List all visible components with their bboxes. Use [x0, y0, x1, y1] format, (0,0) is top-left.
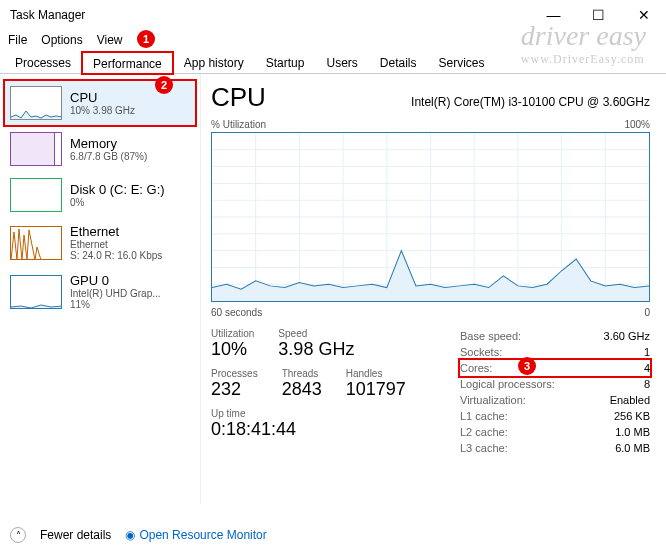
chart-label-tl: % Utilization	[211, 119, 266, 130]
annotation-3: 3	[518, 357, 536, 375]
main-panel: CPU Intel(R) Core(TM) i3-10100 CPU @ 3.6…	[200, 74, 666, 504]
tab-app-history[interactable]: App history	[173, 51, 255, 73]
sidebar-disk-sub: 0%	[70, 197, 165, 208]
sidebar-cpu-title: CPU	[70, 90, 135, 105]
sidebar-gpu-title: GPU 0	[70, 273, 161, 288]
menu-view[interactable]: View	[97, 33, 123, 47]
util-label: Utilization	[211, 328, 254, 339]
sidebar-gpu-sub2: 11%	[70, 299, 161, 310]
virt-label: Virtualization:	[460, 392, 526, 408]
disk-thumb-icon	[10, 178, 62, 212]
cores-label: Cores:	[460, 360, 492, 376]
lp-value: 8	[644, 376, 650, 392]
monitor-icon: ◉	[125, 528, 135, 542]
page-title: CPU	[211, 82, 266, 113]
maximize-button[interactable]: ☐	[576, 0, 621, 30]
sidebar-memory-sub: 6.8/7.8 GB (87%)	[70, 151, 147, 162]
sock-value: 1	[644, 344, 650, 360]
util-value: 10%	[211, 339, 254, 360]
tabbar: Processes Performance App history Startu…	[0, 50, 666, 74]
thr-value: 2843	[282, 379, 322, 400]
proc-label: Processes	[211, 368, 258, 379]
sidebar: CPU 10% 3.98 GHz Memory 6.8/7.8 GB (87%)…	[0, 74, 200, 504]
tab-performance[interactable]: Performance	[82, 52, 173, 74]
close-button[interactable]: ✕	[621, 0, 666, 30]
ethernet-thumb-icon	[10, 226, 62, 260]
sidebar-cpu-sub: 10% 3.98 GHz	[70, 105, 135, 116]
sidebar-disk-title: Disk 0 (C: E: G:)	[70, 182, 165, 197]
lp-label: Logical processors:	[460, 376, 555, 392]
speed-label: Speed	[278, 328, 354, 339]
thr-label: Threads	[282, 368, 322, 379]
chevron-up-icon[interactable]: ˄	[10, 527, 26, 543]
sidebar-memory-title: Memory	[70, 136, 147, 151]
tab-startup[interactable]: Startup	[255, 51, 316, 73]
annotation-2: 2	[155, 76, 173, 94]
window-title: Task Manager	[10, 8, 85, 22]
sidebar-eth-title: Ethernet	[70, 224, 162, 239]
sidebar-item-ethernet[interactable]: Ethernet Ethernet S: 24.0 R: 16.0 Kbps	[4, 218, 196, 267]
sidebar-item-memory[interactable]: Memory 6.8/7.8 GB (87%)	[4, 126, 196, 172]
gpu-thumb-icon	[10, 275, 62, 309]
base-label: Base speed:	[460, 328, 521, 344]
annotation-1: 1	[137, 30, 155, 48]
sidebar-item-disk[interactable]: Disk 0 (C: E: G:) 0%	[4, 172, 196, 218]
open-resource-monitor-link[interactable]: ◉ Open Resource Monitor	[125, 528, 266, 542]
tab-services[interactable]: Services	[428, 51, 496, 73]
menu-options[interactable]: Options	[41, 33, 82, 47]
l2-value: 1.0 MB	[615, 424, 650, 440]
chart-label-br: 0	[644, 307, 650, 318]
chart-label-tr: 100%	[624, 119, 650, 130]
sidebar-item-gpu[interactable]: GPU 0 Intel(R) UHD Grap... 11%	[4, 267, 196, 316]
titlebar: Task Manager — ☐ ✕	[0, 0, 666, 30]
tab-details[interactable]: Details	[369, 51, 428, 73]
window-controls: — ☐ ✕	[531, 0, 666, 30]
fewer-details-button[interactable]: Fewer details	[40, 528, 111, 542]
l2-label: L2 cache:	[460, 424, 508, 440]
cpu-utilization-chart	[211, 132, 650, 302]
sidebar-eth-sub: Ethernet	[70, 239, 162, 250]
l3-value: 6.0 MB	[615, 440, 650, 456]
menu-file[interactable]: File	[8, 33, 27, 47]
l1-label: L1 cache:	[460, 408, 508, 424]
uptime-label: Up time	[211, 408, 452, 419]
cores-value: 4	[644, 360, 650, 376]
speed-value: 3.98 GHz	[278, 339, 354, 360]
footer: ˄ Fewer details ◉ Open Resource Monitor	[10, 527, 267, 543]
uptime-value: 0:18:41:44	[211, 419, 452, 440]
proc-value: 232	[211, 379, 258, 400]
base-value: 3.60 GHz	[604, 328, 650, 344]
sidebar-eth-sub2: S: 24.0 R: 16.0 Kbps	[70, 250, 162, 261]
hnd-value: 101797	[346, 379, 406, 400]
l3-label: L3 cache:	[460, 440, 508, 456]
memory-thumb-icon	[10, 132, 62, 166]
hnd-label: Handles	[346, 368, 406, 379]
sidebar-gpu-sub: Intel(R) UHD Grap...	[70, 288, 161, 299]
l1-value: 256 KB	[614, 408, 650, 424]
chart-label-bl: 60 seconds	[211, 307, 262, 318]
sock-label: Sockets:	[460, 344, 502, 360]
menubar: File Options View	[0, 30, 666, 50]
virt-value: Enabled	[610, 392, 650, 408]
tab-users[interactable]: Users	[315, 51, 368, 73]
cpu-model: Intel(R) Core(TM) i3-10100 CPU @ 3.60GHz	[411, 95, 650, 109]
minimize-button[interactable]: —	[531, 0, 576, 30]
tab-processes[interactable]: Processes	[4, 51, 82, 73]
cpu-thumb-icon	[10, 86, 62, 120]
